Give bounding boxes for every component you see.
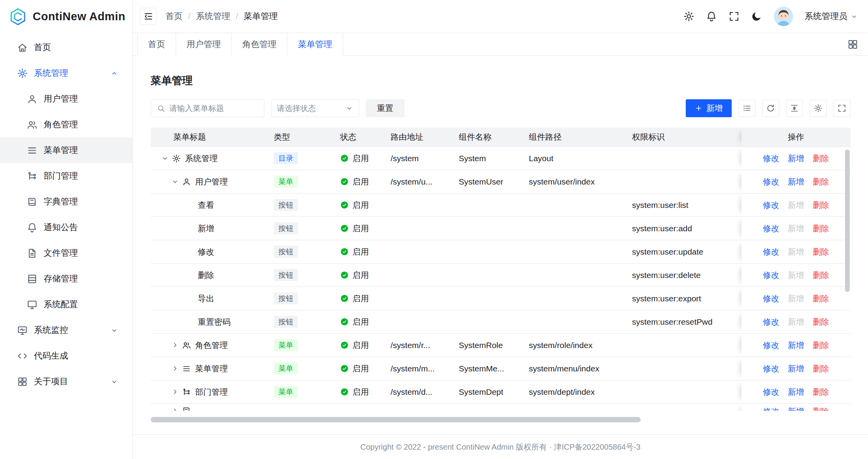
sidebar-item-dept-management[interactable]: 部门管理 xyxy=(0,163,132,189)
sidebar-item-file-management[interactable]: 文件管理 xyxy=(0,240,132,266)
table-row: 用户管理 菜单 启用 /system/u... SystemUser syste… xyxy=(151,170,850,193)
status-label: 启用 xyxy=(352,246,369,257)
bell-icon xyxy=(26,222,38,233)
type-badge: 按钮 xyxy=(274,222,298,234)
cell-type: 按钮 xyxy=(268,310,334,333)
sidebar-item-notice[interactable]: 通知公告 xyxy=(0,215,132,240)
add-link-disabled: 新增 xyxy=(788,293,804,304)
status-label: 启用 xyxy=(352,200,369,211)
delete-link[interactable]: 删除 xyxy=(813,270,829,281)
tab-home[interactable]: 首页 xyxy=(137,33,176,56)
expand-chevron-icon[interactable] xyxy=(170,341,180,350)
menu-fold-button[interactable] xyxy=(140,8,157,25)
cell-route: /system/d... xyxy=(384,380,452,403)
type-badge: 按钮 xyxy=(274,292,298,304)
row-height-button[interactable] xyxy=(786,100,803,117)
avatar[interactable] xyxy=(773,6,794,26)
delete-link[interactable]: 删除 xyxy=(813,317,829,327)
horizontal-scrollbar-thumb[interactable] xyxy=(151,417,641,422)
collapse-chevron-icon[interactable] xyxy=(160,154,169,163)
batch-actions-button[interactable] xyxy=(738,100,755,117)
tab-menu-management[interactable]: 菜单管理 xyxy=(287,33,343,56)
fullscreen-icon[interactable] xyxy=(728,11,740,22)
table-row: 角色管理 菜单 启用 /system/r... SystemRole syste… xyxy=(151,334,850,357)
breadcrumb-separator: / xyxy=(188,11,190,21)
edit-link[interactable]: 修改 xyxy=(763,200,779,211)
moon-icon[interactable] xyxy=(751,11,762,22)
tab-layout-grid-icon[interactable] xyxy=(847,39,859,50)
cell-operations: 修改 新增 删除 xyxy=(741,264,850,287)
sidebar-item-home[interactable]: 首页 xyxy=(0,35,132,60)
column-settings-button[interactable] xyxy=(810,100,827,117)
sidebar-item-about[interactable]: 关于项目 xyxy=(0,369,132,394)
user-icon xyxy=(26,93,38,105)
breadcrumb-item-system[interactable]: 系统管理 xyxy=(196,11,230,22)
tab-role-management[interactable]: 角色管理 xyxy=(232,33,287,56)
refresh-button[interactable] xyxy=(762,100,779,117)
bell-icon[interactable] xyxy=(706,11,717,22)
table-row: 导出 按钮 启用 system:user:export 修改 新增 删除 xyxy=(151,287,850,310)
edit-link[interactable]: 修改 xyxy=(763,293,779,304)
edit-link[interactable]: 修改 xyxy=(763,153,779,164)
delete-link[interactable]: 删除 xyxy=(813,223,829,234)
table-row-partial: 修改 新增 删除 xyxy=(151,404,850,411)
edit-link[interactable]: 修改 xyxy=(763,176,779,187)
sidebar-item-user-management[interactable]: 用户管理 xyxy=(0,86,132,112)
add-link[interactable]: 新增 xyxy=(788,176,804,187)
check-circle-icon xyxy=(340,247,349,256)
sidebar-item-code-generation[interactable]: 代码生成 xyxy=(0,343,132,369)
cell-permission xyxy=(626,170,741,193)
table-fullscreen-button[interactable] xyxy=(833,100,850,117)
sidebar-item-system-management[interactable]: 系统管理 xyxy=(0,60,132,86)
collapse-chevron-icon[interactable] xyxy=(170,177,180,186)
delete-link[interactable]: 删除 xyxy=(813,200,829,211)
delete-link[interactable]: 删除 xyxy=(813,176,829,187)
add-button[interactable]: 新增 xyxy=(686,99,732,117)
edit-link[interactable]: 修改 xyxy=(763,223,779,234)
edit-link[interactable]: 修改 xyxy=(763,270,779,281)
monitor-icon xyxy=(26,299,38,310)
sidebar-item-system-monitor[interactable]: 系统监控 xyxy=(0,317,132,343)
search-input[interactable] xyxy=(169,104,259,113)
edit-link[interactable]: 修改 xyxy=(763,363,779,374)
edit-link[interactable]: 修改 xyxy=(763,246,779,257)
sidebar-item-system-config[interactable]: 系统配置 xyxy=(0,292,132,317)
add-link[interactable]: 新增 xyxy=(788,340,804,351)
delete-link[interactable]: 删除 xyxy=(813,340,829,351)
col-title: 菜单标题 xyxy=(151,128,268,146)
status-select[interactable]: 请选择状态 xyxy=(271,99,359,117)
tree-icon xyxy=(182,387,191,397)
sidebar-item-menu-management[interactable]: 菜单管理 xyxy=(0,137,132,163)
gear-icon[interactable] xyxy=(683,11,695,22)
add-link[interactable]: 新增 xyxy=(788,153,804,164)
expand-chevron-icon[interactable] xyxy=(170,387,180,397)
delete-link[interactable]: 删除 xyxy=(813,293,829,304)
sidebar-item-dict-management[interactable]: 字典管理 xyxy=(0,189,132,215)
user-menu[interactable]: 系统管理员 xyxy=(805,11,858,22)
tab-user-management[interactable]: 用户管理 xyxy=(176,33,232,56)
reset-button[interactable]: 重置 xyxy=(366,99,405,117)
edit-link[interactable]: 修改 xyxy=(763,340,779,351)
delete-link[interactable]: 删除 xyxy=(813,363,829,374)
cell-component-name xyxy=(452,404,523,411)
sidebar-item-role-management[interactable]: 角色管理 xyxy=(0,112,132,137)
cell-permission: system:user:delete xyxy=(626,264,741,287)
cell-component-name: SystemRole xyxy=(452,334,523,357)
status-label: 启用 xyxy=(352,317,369,327)
delete-link[interactable]: 删除 xyxy=(813,387,829,397)
app-logo[interactable]: ContiNew Admin xyxy=(0,0,132,33)
expand-chevron-icon[interactable] xyxy=(170,364,180,373)
edit-link[interactable]: 修改 xyxy=(763,317,779,327)
sidebar-item-storage-management[interactable]: 存储管理 xyxy=(0,266,132,292)
delete-link[interactable]: 删除 xyxy=(813,153,829,164)
breadcrumb-item-home[interactable]: 首页 xyxy=(166,11,183,22)
add-link[interactable]: 新增 xyxy=(788,363,804,374)
cell-route: /system/m... xyxy=(384,357,452,380)
delete-link[interactable]: 删除 xyxy=(813,246,829,257)
add-link[interactable]: 新增 xyxy=(788,387,804,397)
status-label: 启用 xyxy=(352,153,369,164)
status-select-placeholder: 请选择状态 xyxy=(277,103,316,114)
vertical-scrollbar-thumb[interactable] xyxy=(845,149,850,292)
fullscreen-icon xyxy=(837,104,847,113)
edit-link[interactable]: 修改 xyxy=(763,387,779,397)
